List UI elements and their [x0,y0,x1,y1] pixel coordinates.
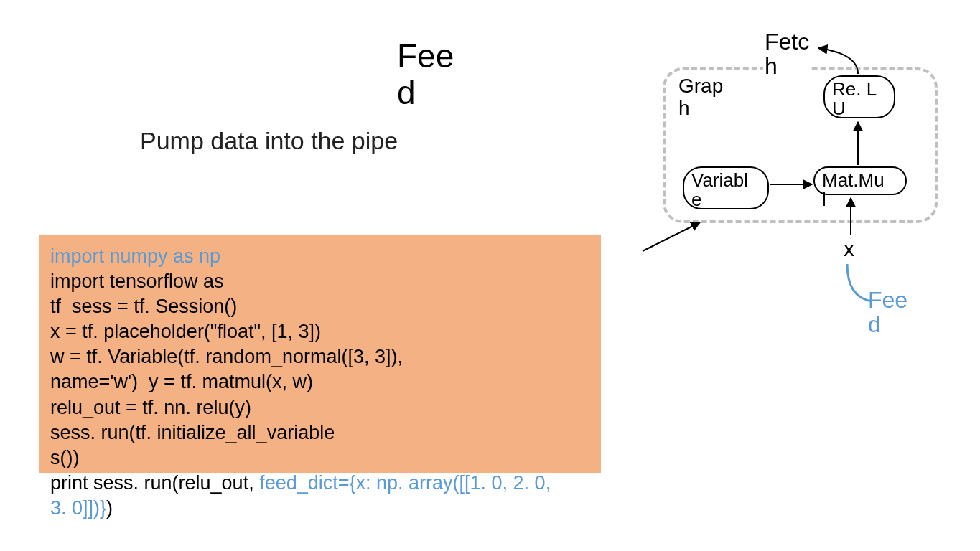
title-line1: Fee [397,37,454,75]
code-line-8: sess. run(tf. initialize_all_variable [50,422,335,443]
node-variable: Variabl e [683,166,769,209]
code-line-3: tf sess = tf. Session() [50,296,237,317]
code-line-11a: 3. 0]])} [50,497,106,519]
graph-label: Grap h [678,75,726,120]
code-line-1: import numpy as np [50,245,220,267]
arrow-code-variable [643,222,700,251]
code-line-10a: print sess. run(relu_out, [50,472,259,494]
code-line-9: s()) [50,447,79,468]
slide-title-feed: Fee d [397,38,454,110]
fetch-label: Fetc h [763,30,811,78]
code-line-2: import tensorflow as [50,270,224,292]
code-line-10b: feed_dict={x: np. array([[1. 0, 2. 0, [259,472,551,494]
code-line-7: relu_out = tf. nn. relu(y) [50,397,251,418]
slide-subtitle: Pump data into the pipe [140,126,398,156]
code-line-5: w = tf. Variable(tf. random_normal([3, 3… [50,346,403,367]
node-relu: Re. L U [823,75,895,118]
node-matmul: Mat.Mu l [813,166,907,195]
feed-callout: Fee d [868,288,907,336]
code-line-11b: ) [106,497,113,519]
code-block: import numpy as np import tensorflow as … [50,244,551,521]
code-line-6: name='w') y = tf. matmul(x, w) [50,371,313,392]
code-line-4: x = tf. placeholder("float", [1, 3]) [50,321,321,342]
x-label: x [844,237,854,261]
title-line2: d [397,74,416,111]
